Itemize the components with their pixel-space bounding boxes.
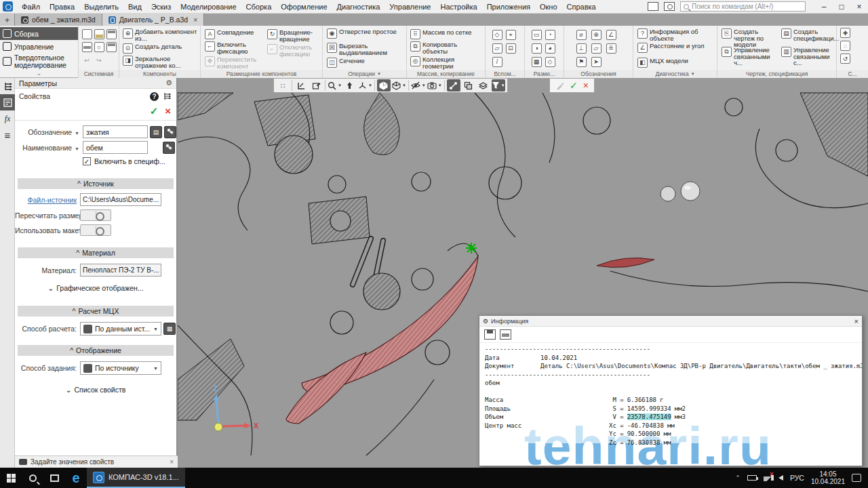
speaker-icon[interactable] <box>778 475 783 481</box>
section-material[interactable]: ^ Материал <box>18 247 174 258</box>
tab-dvigatel[interactable]: Двигатель _ P_B.a3d × <box>102 14 204 26</box>
aux-point-icon[interactable]: ⊡ <box>506 43 516 54</box>
info-close-icon[interactable]: × <box>854 317 859 325</box>
wireframe-view-button[interactable]: ▼ <box>392 79 406 92</box>
section-source[interactable]: ^ Источник <box>18 178 174 189</box>
recalc-sizes-toggle[interactable] <box>80 209 111 221</box>
cancel-button[interactable]: × <box>165 105 171 117</box>
abort-button[interactable]: × <box>583 80 589 91</box>
menu-window[interactable]: Окно <box>535 3 562 11</box>
sign-roughness-icon[interactable]: ⌀ <box>576 30 587 40</box>
structure-icon[interactable] <box>163 92 172 101</box>
clone-visibility-button[interactable] <box>462 79 475 92</box>
source-file-link[interactable]: Файл-источник <box>15 196 80 204</box>
info-window-titlebar[interactable]: ⚙ Информация × <box>479 316 862 327</box>
distance-angle-button[interactable]: ∠ Расстояние и угол <box>636 42 715 54</box>
menu-view[interactable]: Вид <box>123 3 146 11</box>
assembly-context-button[interactable] <box>164 126 176 138</box>
dim-linear-icon[interactable]: ▭ <box>532 30 542 40</box>
start-button[interactable] <box>0 468 22 488</box>
copy-objects-button[interactable]: ⧉ Копировать объекты <box>409 41 484 55</box>
menu-settings[interactable]: Настройка <box>435 3 481 11</box>
app-logo-icon[interactable] <box>3 1 13 12</box>
designation-label[interactable]: Обозначение ▼ <box>18 128 83 136</box>
menu-file[interactable]: Файл <box>17 3 45 11</box>
menu-select[interactable]: Выделить <box>79 3 123 11</box>
mode-solid-modeling[interactable]: Твердотельное моделирование <box>0 53 78 70</box>
group-caret-icon[interactable]: ▼ <box>691 72 695 76</box>
status-close-icon[interactable]: × <box>170 458 174 466</box>
mode-assembly[interactable]: Сборка <box>0 27 78 40</box>
create-drawing-button[interactable]: ⎘ Создать чертеж по модели <box>720 28 778 49</box>
manage-linked-drawings-button[interactable]: ⧉ Управление связанными ч... <box>720 46 778 67</box>
tab-close-icon[interactable]: × <box>193 16 197 24</box>
parameters-panel-icon[interactable] <box>0 94 15 110</box>
confirm-button[interactable]: ✓ <box>570 80 578 91</box>
group-caret-icon[interactable]: ▼ <box>377 72 381 76</box>
service-refresh-icon[interactable]: ↺ <box>840 54 850 64</box>
move-component-button[interactable]: ✥ Переместить компонент <box>203 56 264 70</box>
sign-leader-icon[interactable]: ∠ <box>606 30 616 40</box>
camera-view-button[interactable]: ▼ <box>427 79 442 92</box>
preview-icon[interactable]: ○ <box>94 42 104 52</box>
taskbar-search-button[interactable] <box>22 468 43 488</box>
variables-panel-icon[interactable]: fx <box>0 110 15 127</box>
menu-layout[interactable]: Оформление <box>276 3 332 11</box>
template-button[interactable]: ▤ <box>150 126 162 138</box>
open-icon[interactable] <box>94 29 104 39</box>
zoom-button[interactable]: ▼ <box>328 79 342 92</box>
dim-diameter-icon[interactable]: ◕ <box>545 43 555 54</box>
menu-sketch[interactable]: Эскиз <box>146 3 176 11</box>
dim-table-icon[interactable]: ▦ <box>532 57 542 67</box>
grid-array-button[interactable]: ⠿ Массив по сетке <box>409 28 484 40</box>
maximize-button[interactable]: □ <box>833 2 850 12</box>
clock[interactable]: 14:05 10.04.2021 <box>811 470 845 485</box>
sign-tolerance-icon[interactable]: ⊥ <box>576 43 587 54</box>
geometry-collection-button[interactable]: ◎ Коллекция геометрии <box>409 56 484 70</box>
save-as-icon[interactable] <box>106 42 117 52</box>
layers-button[interactable] <box>477 79 490 92</box>
simple-hole-button[interactable]: ◉ Отверстие простое <box>326 28 404 39</box>
name-label[interactable]: Наименование ▼ <box>18 144 83 152</box>
constraints-button[interactable] <box>447 79 460 92</box>
mcx-model-button[interactable]: ◧ МЦХ модели <box>636 57 715 68</box>
menu-list-icon[interactable]: ≡ <box>0 127 15 143</box>
hide-objects-button[interactable]: ▼ <box>411 79 426 92</box>
redo-icon[interactable]: ↪ <box>96 56 102 64</box>
name-input[interactable]: обем <box>83 141 148 154</box>
material-value[interactable]: Пенопласт ПЭ-2 ТУ В-... <box>80 264 161 277</box>
manage-linked-specs-button[interactable]: ▥ Управление связанными с... <box>780 46 834 67</box>
menu-applications[interactable]: Приложения <box>482 3 535 11</box>
tree-panel-icon[interactable] <box>0 78 15 94</box>
designation-input[interactable]: зжатия <box>83 125 148 138</box>
section-mcx-calc[interactable]: ^ Расчет МЦХ <box>18 306 174 317</box>
undo-icon[interactable]: ↩ <box>84 56 90 64</box>
task-view-button[interactable] <box>43 468 65 488</box>
battery-icon[interactable] <box>747 475 757 481</box>
kompas-taskbar-button[interactable]: КОМПАС-3D v18.1... <box>87 468 185 488</box>
layout-icon[interactable] <box>648 2 658 11</box>
section-graphic-display[interactable]: ⌄ Графическое отображен... <box>18 283 174 293</box>
create-part-button[interactable]: ⊙ Создать деталь <box>121 43 199 54</box>
sketch-button[interactable] <box>294 79 308 92</box>
orientation-axes-button[interactable]: ▼ <box>358 79 372 92</box>
use-layout-toggle[interactable] <box>80 224 111 236</box>
dim-angular-icon[interactable]: ◔ <box>545 30 555 40</box>
menu-help[interactable]: Справка <box>562 3 601 11</box>
dim-leader-icon[interactable]: ◇ <box>545 57 555 67</box>
gear-icon[interactable]: ⚙ <box>165 79 172 87</box>
include-spec-checkbox[interactable]: ✓ <box>83 157 91 165</box>
new-tab-button[interactable]: + <box>0 14 15 26</box>
tray-expand-icon[interactable]: ⌃ <box>735 474 741 481</box>
orient-button[interactable] <box>343 79 357 92</box>
close-button[interactable]: × <box>850 2 868 12</box>
notification-center-icon[interactable] <box>852 474 861 482</box>
aux-plane-icon[interactable]: ◇ <box>492 30 502 40</box>
modes-expand-icon[interactable]: ⌄ <box>0 70 78 77</box>
toolbar-handle-icon[interactable]: ∷ <box>276 79 290 92</box>
enable-fix-button[interactable]: ⌐ Включить фиксацию <box>203 41 264 55</box>
section-props-list[interactable]: ⌄ Список свойств <box>18 384 174 395</box>
sign-flag-icon[interactable]: ⚑ <box>576 57 587 67</box>
mode-management[interactable]: Управление <box>0 40 78 53</box>
aux-axis-icon[interactable]: ⌖ <box>506 30 516 40</box>
